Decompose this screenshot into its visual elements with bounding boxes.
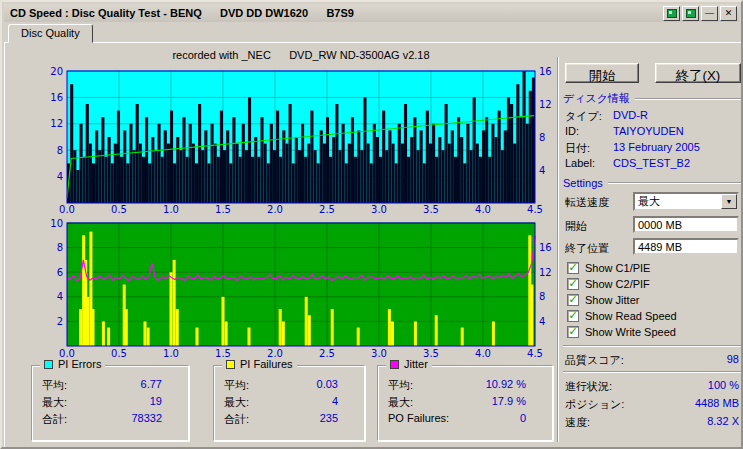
progress-row: 進行状況:100 % xyxy=(565,379,739,394)
svg-text:16: 16 xyxy=(50,92,63,103)
svg-text:4: 4 xyxy=(57,171,63,182)
svg-text:12: 12 xyxy=(539,267,552,278)
svg-text:4.0: 4.0 xyxy=(475,348,491,359)
disc-info-header: ディスク情報 xyxy=(563,91,741,106)
exit-button[interactable]: 終了(X) xyxy=(655,63,741,83)
svg-text:4.5: 4.5 xyxy=(527,348,543,359)
end-position-field[interactable]: 4489 MB xyxy=(633,238,739,255)
start-position-field[interactable]: 0000 MB xyxy=(633,216,739,233)
pi-failures-swatch-icon xyxy=(226,360,235,369)
pi-failures-jitter-chart: 1086421612840.00.51.01.52.02.53.03.54.04… xyxy=(5,215,557,361)
close-button[interactable]: ✕ xyxy=(720,6,737,21)
chevron-down-icon[interactable]: ▼ xyxy=(721,194,737,209)
legend-row: PO Failures:0 xyxy=(388,412,526,429)
start-button[interactable]: 開始 xyxy=(565,63,639,83)
pi-failures-legend-title: PI Failures xyxy=(240,358,293,370)
legend-row: 平均:10.92 % xyxy=(388,378,526,395)
svg-text:16: 16 xyxy=(539,66,552,77)
tab-strip: Disc Quality xyxy=(4,22,739,42)
separator xyxy=(563,371,741,373)
legend-row: 平均:6.77 xyxy=(42,378,162,395)
checkbox-show-write-speed[interactable]: ✓ Show Write Speed xyxy=(567,325,676,339)
svg-text:6: 6 xyxy=(57,267,63,278)
disc-type-row: タイプ:DVD-R xyxy=(565,109,739,124)
vertical-separator xyxy=(557,57,559,442)
recorded-with-label: recorded with _NEC DVD_RW ND-3500AG v2.1… xyxy=(65,49,537,61)
svg-text:2: 2 xyxy=(57,316,63,327)
checkbox-icon: ✓ xyxy=(567,326,579,338)
jitter-legend-box: Jitter 平均:10.92 % 最大:17.9 % PO Failures:… xyxy=(377,365,553,441)
jitter-legend-title: Jitter xyxy=(404,358,428,370)
pi-errors-chart: 201612841612840.00.51.01.52.02.53.03.54.… xyxy=(5,63,557,215)
disc-icon xyxy=(686,9,696,18)
chart-icon xyxy=(667,9,677,18)
checkbox-icon: ✓ xyxy=(567,278,579,290)
transfer-speed-value: 最大 xyxy=(635,194,721,209)
svg-text:3.0: 3.0 xyxy=(371,348,387,359)
svg-text:4: 4 xyxy=(539,165,545,176)
svg-text:16: 16 xyxy=(539,242,552,253)
svg-text:4: 4 xyxy=(539,316,545,327)
pi-failures-legend-box: PI Failures 平均:0.03 最大:4 合計:235 xyxy=(213,365,365,441)
svg-text:3.5: 3.5 xyxy=(423,204,439,215)
svg-text:0.5: 0.5 xyxy=(111,204,127,215)
svg-text:8: 8 xyxy=(539,132,545,143)
svg-text:1.5: 1.5 xyxy=(215,204,231,215)
svg-text:4.0: 4.0 xyxy=(475,204,491,215)
title-bar[interactable]: CD Speed : Disc Quality Test - BENQ DVD … xyxy=(4,4,739,22)
svg-text:4.5: 4.5 xyxy=(527,204,543,215)
svg-text:2.5: 2.5 xyxy=(319,204,335,215)
svg-text:12: 12 xyxy=(539,99,552,110)
checkbox-show-read-speed[interactable]: ✓ Show Read Speed xyxy=(567,309,677,323)
checkbox-icon: ✓ xyxy=(567,262,579,274)
disc-id-row: ID:TAIYOYUDEN xyxy=(565,125,739,137)
checkbox-icon: ✓ xyxy=(567,294,579,306)
tab-disc-quality[interactable]: Disc Quality xyxy=(8,24,93,43)
app-window: CD Speed : Disc Quality Test - BENQ DVD … xyxy=(0,0,743,449)
svg-text:4: 4 xyxy=(57,291,63,302)
svg-text:8: 8 xyxy=(57,242,63,253)
svg-text:12: 12 xyxy=(50,118,63,129)
position-row: ポジション:4488 MB xyxy=(565,397,739,412)
window-title: CD Speed : Disc Quality Test - BENQ DVD … xyxy=(10,7,661,19)
disc-date-row: 日付:13 February 2005 xyxy=(565,141,739,156)
pi-errors-legend-title: PI Errors xyxy=(58,358,101,370)
quality-score-row: 品質スコア:98 xyxy=(565,353,739,368)
legend-row: 最大:4 xyxy=(224,395,338,412)
svg-text:0.0: 0.0 xyxy=(59,204,75,215)
checkbox-show-jitter[interactable]: ✓ Show Jitter xyxy=(567,293,639,307)
svg-text:20: 20 xyxy=(50,66,63,77)
svg-text:8: 8 xyxy=(57,145,63,156)
legend-row: 最大:17.9 % xyxy=(388,395,526,412)
svg-text:0.5: 0.5 xyxy=(111,348,127,359)
transfer-speed-select[interactable]: 最大 ▼ xyxy=(633,192,739,211)
right-panel: 開始 終了(X) ディスク情報 タイプ:DVD-R ID:TAIYOYUDEN … xyxy=(563,43,741,448)
svg-text:2.0: 2.0 xyxy=(267,204,283,215)
checkbox-show-c2-pif[interactable]: ✓ Show C2/PIF xyxy=(567,277,650,291)
svg-text:3.0: 3.0 xyxy=(371,204,387,215)
settings-header: Settings xyxy=(563,177,741,189)
checkbox-show-c1-pie[interactable]: ✓ Show C1/PIE xyxy=(567,261,650,275)
separator xyxy=(563,345,741,347)
minimize-button[interactable]: — xyxy=(701,6,718,21)
checkbox-icon: ✓ xyxy=(567,310,579,322)
main-content: recorded with _NEC DVD_RW ND-3500AG v2.1… xyxy=(4,42,743,449)
jitter-swatch-icon xyxy=(390,360,399,369)
legend-row: 合計:78332 xyxy=(42,412,162,429)
svg-text:2.5: 2.5 xyxy=(319,348,335,359)
pi-errors-legend-box: PI Errors 平均:6.77 最大:19 合計:78332 xyxy=(31,365,189,441)
speed-row: 速度:8.32 X xyxy=(565,415,739,430)
chart-icon-button[interactable] xyxy=(663,6,680,21)
svg-text:1.0: 1.0 xyxy=(163,204,179,215)
svg-text:10: 10 xyxy=(50,218,63,229)
pi-errors-swatch-icon xyxy=(44,360,53,369)
svg-text:8: 8 xyxy=(539,291,545,302)
disc-label-row: Label:CDS_TEST_B2 xyxy=(565,157,739,169)
disc-icon-button[interactable] xyxy=(682,6,699,21)
legend-row: 合計:235 xyxy=(224,412,338,429)
legend-row: 平均:0.03 xyxy=(224,378,338,395)
svg-text:1.0: 1.0 xyxy=(163,348,179,359)
legend-row: 最大:19 xyxy=(42,395,162,412)
